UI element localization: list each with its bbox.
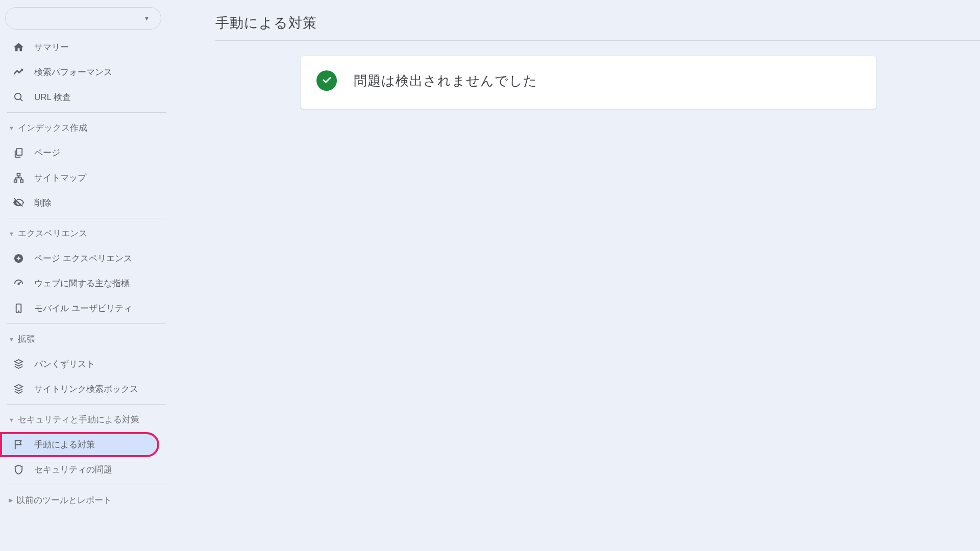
divider — [7, 112, 166, 113]
divider — [7, 218, 166, 218]
svg-rect-2 — [17, 148, 22, 155]
nav-item-label: URL 検査 — [34, 91, 71, 103]
sidebar: ▼ サマリー検索パフォーマンスURL 検査 ▼インデックス作成ページサイトマップ… — [0, 0, 166, 551]
layers-icon — [13, 358, 24, 370]
svg-rect-4 — [14, 180, 17, 182]
site-selector-dropdown[interactable]: ▼ — [5, 7, 161, 30]
caret-down-icon: ▼ — [9, 231, 14, 237]
caret-right-icon: ▶ — [9, 497, 13, 504]
nav-item-0-2[interactable]: 削除 — [0, 190, 166, 215]
status-card: 問題は検出されませんでした — [301, 56, 876, 109]
divider — [7, 485, 166, 485]
main-content: 手動による対策 問題は検出されませんでした — [166, 0, 980, 551]
svg-rect-3 — [17, 173, 20, 176]
nav-item-label: ページ エクスペリエンス — [34, 253, 132, 264]
section-title: エクスペリエンス — [18, 228, 87, 239]
trending-icon — [13, 66, 24, 78]
nav-item-1-0[interactable]: ページ エクスペリエンス — [0, 246, 166, 271]
nav-item-label: ウェブに関する主な指標 — [34, 278, 130, 289]
section-title: 以前のツールとレポート — [16, 494, 112, 506]
svg-rect-5 — [20, 180, 23, 182]
nav-item-2-1[interactable]: サイトリンク検索ボックス — [0, 377, 166, 402]
nav-item-label: セキュリティの問題 — [34, 464, 112, 475]
chevron-down-icon: ▼ — [144, 15, 150, 21]
nav-item-2-0[interactable]: パンくずリスト — [0, 352, 166, 377]
nav-item-label: サイトリンク検索ボックス — [34, 383, 138, 395]
nav-item-label: モバイル ユーザビリティ — [34, 303, 132, 314]
status-success-badge — [316, 70, 337, 91]
section-header-3[interactable]: ▼セキュリティと手動による対策 — [0, 407, 166, 432]
nav-item-label: パンくずリスト — [34, 358, 95, 370]
section-legacy-tools[interactable]: ▶ 以前のツールとレポート — [0, 488, 166, 513]
layers-icon — [13, 383, 24, 395]
nav-item-label: 検索パフォーマンス — [34, 66, 112, 78]
plus-circle-icon — [13, 253, 24, 264]
nav-item-top-2[interactable]: URL 検査 — [0, 85, 166, 110]
sitemap-icon — [13, 172, 24, 184]
nav-item-3-1[interactable]: セキュリティの問題 — [0, 457, 166, 482]
section-title: インデックス作成 — [18, 122, 87, 134]
nav-item-1-2[interactable]: モバイル ユーザビリティ — [0, 296, 166, 321]
divider — [7, 323, 166, 324]
svg-point-9 — [18, 311, 19, 312]
nav-item-1-1[interactable]: ウェブに関する主な指標 — [0, 271, 166, 296]
nav-item-top-0[interactable]: サマリー — [0, 35, 166, 60]
nav-item-label: 手動による対策 — [34, 439, 95, 450]
page-title: 手動による対策 — [215, 14, 980, 32]
svg-point-0 — [15, 93, 21, 99]
nav-item-label: サマリー — [34, 41, 69, 53]
section-header-2[interactable]: ▼拡張 — [0, 327, 166, 352]
speed-icon — [13, 278, 24, 289]
home-icon — [13, 41, 24, 53]
nav-item-top-1[interactable]: 検索パフォーマンス — [0, 60, 166, 85]
section-title: セキュリティと手動による対策 — [18, 414, 139, 425]
nav-item-0-0[interactable]: ページ — [0, 140, 166, 165]
flag-icon — [13, 439, 24, 450]
section-title: 拡張 — [18, 333, 35, 345]
content-area: 問題は検出されませんでした — [215, 41, 980, 109]
nav-item-3-0[interactable]: 手動による対策 — [0, 432, 159, 457]
svg-line-1 — [20, 99, 23, 102]
section-header-1[interactable]: ▼エクスペリエンス — [0, 221, 166, 246]
shield-icon — [13, 464, 24, 475]
search-icon — [13, 91, 24, 103]
svg-point-7 — [18, 283, 19, 284]
caret-down-icon: ▼ — [9, 125, 14, 131]
hidden-icon — [13, 197, 24, 209]
divider — [7, 404, 166, 405]
pages-icon — [13, 147, 24, 159]
page-header: 手動による対策 — [215, 0, 980, 41]
nav-item-label: サイトマップ — [34, 172, 86, 184]
nav-item-0-1[interactable]: サイトマップ — [0, 165, 166, 190]
nav-item-label: ページ — [34, 147, 60, 159]
checkmark-icon — [321, 74, 333, 88]
caret-down-icon: ▼ — [9, 417, 14, 423]
mobile-icon — [13, 303, 24, 314]
section-header-0[interactable]: ▼インデックス作成 — [0, 115, 166, 140]
caret-down-icon: ▼ — [9, 336, 14, 342]
nav-item-label: 削除 — [34, 197, 52, 209]
status-message: 問題は検出されませんでした — [354, 72, 537, 90]
